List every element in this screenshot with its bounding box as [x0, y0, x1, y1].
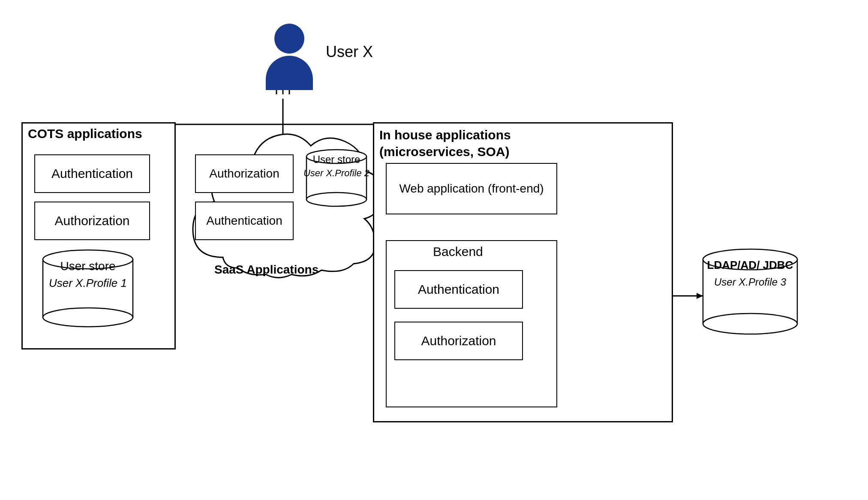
- saas-authorization-label: Authorization: [209, 167, 279, 181]
- saas-authentication-label: Authentication: [206, 214, 282, 228]
- backend-authentication-box: Authentication: [394, 270, 523, 309]
- inhouse-title: In house applications (microservices, SO…: [379, 127, 511, 160]
- cots-authentication-box: Authentication: [34, 154, 150, 193]
- saas-userstore-profile: User X.Profile 2: [302, 168, 371, 179]
- saas-userstore: User store User X.Profile 2: [302, 146, 371, 214]
- ldap-profile: User X.Profile 3: [699, 276, 802, 288]
- cots-authentication-label: Authentication: [51, 166, 133, 181]
- svg-point-25: [43, 308, 133, 327]
- user-label: User X: [326, 43, 373, 61]
- cots-title: COTS applications: [28, 127, 142, 141]
- saas-cloud: Authorization Authentication User store …: [180, 116, 390, 287]
- user-figure: [266, 24, 313, 90]
- svg-point-28: [306, 193, 366, 206]
- saas-authorization-box: Authorization: [195, 154, 294, 193]
- webapp-label: Web application (front-end): [399, 182, 544, 196]
- cots-userstore-profile: User X.Profile 1: [39, 277, 137, 290]
- saas-userstore-label: User store: [302, 154, 371, 166]
- cots-userstore: User store User X.Profile 1: [39, 247, 137, 330]
- diagram-container: User X COTS applications Authentication …: [0, 0, 868, 500]
- ldap-cylinder: LDAP/AD/ JDBC User X.Profile 3: [699, 247, 802, 341]
- cots-userstore-label: User store: [39, 259, 137, 273]
- cots-authorization-box: Authorization: [34, 202, 150, 240]
- saas-title: SaaS Applications: [214, 263, 318, 277]
- backend-authentication-label: Authentication: [418, 282, 499, 297]
- user-body: [266, 56, 313, 90]
- cots-authorization-label: Authorization: [54, 214, 129, 228]
- saas-authentication-box: Authentication: [195, 202, 294, 240]
- backend-authorization-box: Authorization: [394, 322, 523, 360]
- svg-point-31: [703, 313, 797, 334]
- user-head: [274, 24, 304, 54]
- backend-authorization-label: Authorization: [421, 334, 496, 348]
- backend-label: Backend: [433, 244, 483, 259]
- ldap-title: LDAP/AD/ JDBC: [699, 257, 802, 273]
- webapp-box: Web application (front-end): [386, 163, 557, 214]
